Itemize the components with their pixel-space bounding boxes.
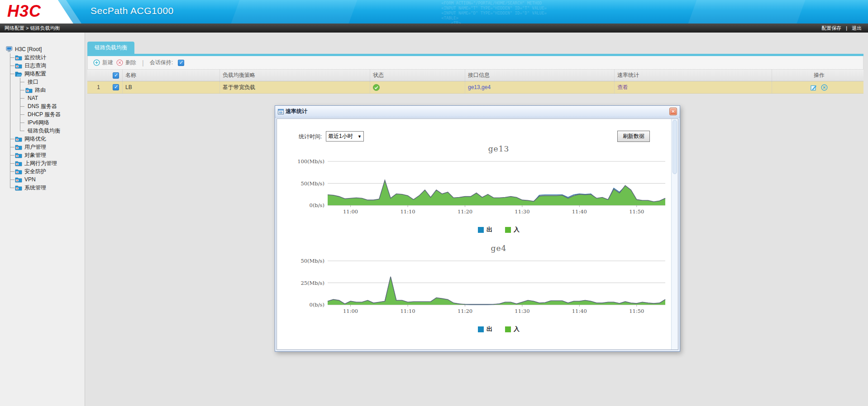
sidebar-item-日志查询[interactable]: 日志查询 [0, 61, 85, 70]
edit-icon[interactable] [811, 84, 817, 91]
svg-text:11:40: 11:40 [572, 208, 587, 215]
sidebar-item-label: 系统管理 [24, 184, 46, 192]
breadcrumb-bar: 网络配置 > 链路负载均衡 配置保存 | 退出 [0, 24, 868, 33]
sidebar-item-label: DNS 服务器 [28, 103, 57, 110]
row-number-cell: 1 [87, 81, 110, 93]
row-operations-cell [772, 81, 863, 93]
column-header-名称: 名称 [122, 70, 219, 81]
sidebar-item-安全防护[interactable]: 安全防护 [0, 167, 85, 175]
sidebar-item-VPN[interactable]: VPN [0, 175, 85, 184]
sidebar-item-label: 监控统计 [24, 54, 46, 61]
row-checkbox[interactable] [113, 84, 119, 90]
folder-open-icon [15, 71, 22, 77]
sidebar-item-上网行为管理[interactable]: 上网行为管理 [0, 159, 85, 167]
sidebar-item-label: 链路负载均衡 [28, 127, 60, 135]
sidebar-item-label: 路由 [35, 86, 46, 94]
svg-text:11:30: 11:30 [515, 308, 529, 314]
legend-label: 出 [486, 226, 492, 234]
svg-text:11:10: 11:10 [400, 308, 415, 314]
plus-circle-icon [93, 59, 100, 66]
folder-plus-icon [15, 161, 22, 166]
folder-plus-icon [15, 152, 22, 158]
svg-text:25(Mb/s): 25(Mb/s) [300, 280, 324, 286]
sidebar-item-label: IPv6网络 [28, 119, 49, 127]
new-button[interactable]: 新建 [93, 59, 113, 66]
sidebar-root[interactable]: H3C [Root] [0, 45, 85, 53]
svg-text:50(Mb/s): 50(Mb/s) [300, 258, 324, 264]
header-select-all-cell [110, 70, 122, 81]
separator: | [846, 25, 847, 31]
sidebar-item-链路负载均衡[interactable]: 链路负载均衡 [0, 127, 85, 135]
sidebar-item-网络优化[interactable]: 网络优化 [0, 135, 85, 143]
legend-swatch [478, 227, 484, 233]
dialog-title: 速率统计 [286, 108, 307, 115]
sidebar-item-label: 上网行为管理 [24, 160, 57, 167]
pc-icon [6, 46, 13, 52]
svg-text:11:50: 11:50 [629, 208, 644, 215]
legend-swatch [478, 326, 484, 332]
select-all-checkbox[interactable] [113, 72, 119, 79]
sidebar-item-label: 用户管理 [24, 143, 46, 151]
legend-item-入: 入 [505, 325, 520, 333]
sidebar-item-对象管理[interactable]: 对象管理 [0, 151, 85, 159]
page: <FORM ACTION="/PORTAL/HOME/SEARCH" METHO… [0, 0, 868, 406]
close-icon[interactable]: ✕ [669, 108, 677, 115]
legend-swatch [505, 326, 511, 332]
scrollbar-thumb[interactable] [672, 120, 677, 174]
sidebar-item-用户管理[interactable]: 用户管理 [0, 143, 85, 151]
delete-button[interactable]: 删除 [116, 59, 136, 66]
sidebar-item-label: 日志查询 [24, 62, 46, 70]
series-in-outline [328, 277, 665, 305]
rate-view-link[interactable]: 查看 [617, 84, 628, 91]
series-in-area [328, 180, 665, 205]
tree-guide-line [10, 53, 10, 188]
product-title: SecPath ACG1000 [91, 5, 174, 16]
sidebar-item-DNS 服务器[interactable]: DNS 服务器 [0, 102, 85, 110]
new-button-label: 新建 [102, 59, 113, 66]
legend-swatch [505, 227, 511, 233]
sidebar-item-系统管理[interactable]: 系统管理 [0, 184, 85, 192]
sidebar-item-IPv6网络[interactable]: IPv6网络 [0, 118, 85, 127]
svg-text:11:20: 11:20 [458, 308, 472, 314]
sidebar-item-接口[interactable]: 接口 [0, 78, 85, 86]
legend-item-出: 出 [478, 325, 492, 333]
column-header-速率统计: 速率统计 [614, 70, 772, 81]
save-config-link[interactable]: 配置保存 [821, 25, 841, 32]
sidebar-item-label: 接口 [28, 78, 38, 86]
x-circle-blue-icon[interactable] [821, 84, 828, 91]
row-status-cell [370, 81, 465, 93]
table-row: 1LB基于带宽负载ge13,ge4查看 [87, 81, 863, 94]
dialog-icon [278, 109, 284, 115]
status-ok-icon [373, 84, 380, 91]
interface-link[interactable]: ge13,ge4 [468, 84, 491, 90]
svg-text:11:40: 11:40 [572, 308, 587, 314]
x-circle-red-icon [116, 59, 123, 66]
delete-button-label: 删除 [125, 59, 136, 66]
tab-link-load-balance[interactable]: 链路负载均衡 [87, 42, 134, 54]
folder-plus-icon [25, 87, 33, 93]
sidebar-root-label: H3C [Root] [15, 46, 42, 52]
chart-legend: 出入 [281, 325, 670, 333]
logout-link[interactable]: 退出 [852, 25, 862, 32]
sidebar-item-NAT[interactable]: NAT [0, 94, 85, 102]
folder-plus-icon [15, 185, 22, 191]
folder-plus-icon [15, 136, 22, 142]
svg-text:100(Mb/s): 100(Mb/s) [297, 158, 324, 165]
svg-text:50(Mb/s): 50(Mb/s) [300, 180, 324, 187]
sidebar-item-监控统计[interactable]: 监控统计 [0, 53, 85, 61]
rate-statistics-dialog: 速率统计 ✕ 统计时间: 最近1小时 ▼ 刷新数据 ge13100(Mb/s)5… [275, 105, 680, 352]
legend-label: 出 [486, 325, 492, 333]
sidebar-item-网络配置[interactable]: 网络配置 [0, 70, 85, 78]
sidebar-item-label: NAT [28, 95, 38, 101]
tree-guide-line [20, 78, 20, 131]
svg-text:11:20: 11:20 [458, 208, 472, 215]
session-keep-checkbox[interactable] [178, 60, 184, 66]
legend-label: 入 [514, 325, 520, 333]
dialog-scrollbar[interactable] [671, 119, 678, 349]
chart-title: ge4 [281, 244, 670, 255]
dialog-titlebar[interactable]: 速率统计 ✕ [275, 106, 680, 118]
sidebar-item-DHCP 服务器[interactable]: DHCP 服务器 [0, 110, 85, 118]
toolbar: 新建 删除 | 会话保持: [87, 56, 863, 70]
series-in-area [328, 277, 665, 305]
sidebar-item-路由[interactable]: 路由 [0, 86, 85, 94]
